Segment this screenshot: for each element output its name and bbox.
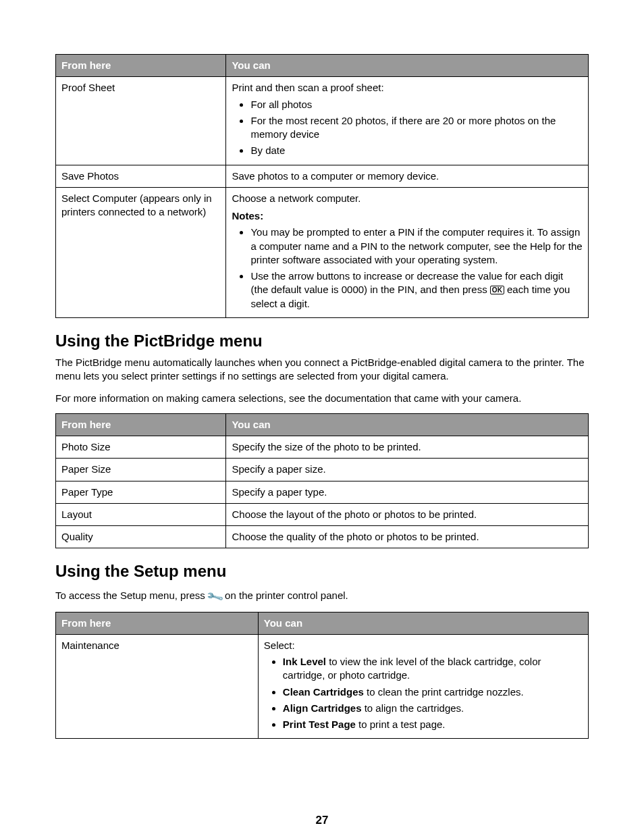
item-bold: Align Cartridges bbox=[283, 702, 362, 714]
item-rest: to print a test page. bbox=[356, 719, 446, 730]
cell-name: Layout bbox=[56, 503, 226, 525]
item-bold: Ink Level bbox=[283, 656, 326, 667]
th-from-here: From here bbox=[56, 612, 259, 634]
bullet-list: For all photos For the most recent 20 ph… bbox=[232, 98, 583, 158]
list-item: Ink Level to view the ink level of the b… bbox=[283, 655, 583, 683]
table-row: Maintenance Select: Ink Level to view th… bbox=[56, 634, 589, 739]
table-row: Layout Choose the layout of the photo or… bbox=[56, 503, 589, 525]
table-setup: From here You can Maintenance Select: In… bbox=[55, 612, 589, 739]
cell-desc: Specify a paper type. bbox=[226, 481, 589, 503]
paragraph: For more information on making camera se… bbox=[55, 392, 589, 405]
cell-name: Paper Type bbox=[56, 481, 226, 503]
cell-name: Paper Size bbox=[56, 459, 226, 481]
table-pictbridge: From here You can Photo Size Specify the… bbox=[55, 413, 589, 549]
table-row: Quality Choose the quality of the photo … bbox=[56, 526, 589, 548]
lead-text: Print and then scan a proof sheet: bbox=[232, 82, 383, 93]
lead-text: Select: bbox=[264, 640, 295, 651]
table-row: Select Computer (appears only in printer… bbox=[56, 187, 589, 317]
th-from-here: From here bbox=[56, 55, 226, 77]
lead-text: Choose a network computer. bbox=[232, 192, 360, 204]
list-item: You may be prompted to enter a PIN if th… bbox=[250, 226, 583, 267]
cell-name: Save Photos bbox=[56, 165, 226, 187]
table-row: Paper Size Specify a paper size. bbox=[56, 459, 589, 481]
heading-setup: Using the Setup menu bbox=[55, 561, 589, 582]
cell-desc: Specify a paper size. bbox=[226, 459, 589, 481]
table-row: Save Photos Save photos to a computer or… bbox=[56, 165, 589, 187]
cell-desc: Choose the layout of the photo or photos… bbox=[226, 503, 589, 525]
cell-desc: Choose the quality of the photo or photo… bbox=[226, 526, 589, 548]
th-you-can: You can bbox=[226, 55, 589, 77]
intro-post: on the printer control panel. bbox=[222, 590, 348, 601]
notes-list: You may be prompted to enter a PIN if th… bbox=[232, 226, 583, 311]
cell-name: Maintenance bbox=[56, 634, 259, 739]
list-item: By date bbox=[250, 144, 583, 157]
cell-desc: Print and then scan a proof sheet: For a… bbox=[226, 77, 589, 165]
th-from-here: From here bbox=[56, 413, 226, 436]
table-row: Proof Sheet Print and then scan a proof … bbox=[56, 77, 589, 165]
cell-name: Quality bbox=[56, 526, 226, 548]
table-row: Paper Type Specify a paper type. bbox=[56, 481, 589, 503]
heading-pictbridge: Using the PictBridge menu bbox=[55, 330, 589, 352]
table-row: Photo Size Specify the size of the photo… bbox=[56, 436, 589, 459]
th-you-can: You can bbox=[258, 612, 588, 634]
cell-name: Photo Size bbox=[56, 436, 226, 459]
cell-name: Proof Sheet bbox=[56, 77, 226, 165]
list-item: Print Test Page to print a test page. bbox=[283, 718, 583, 731]
page-number: 27 bbox=[55, 813, 589, 829]
item-rest: to clean the print cartridge nozzles. bbox=[364, 686, 524, 698]
list-item: For the most recent 20 photos, if there … bbox=[250, 114, 583, 142]
cell-desc: Select: Ink Level to view the ink level … bbox=[258, 634, 588, 739]
item-bold: Clean Cartridges bbox=[283, 686, 364, 698]
cell-desc: Save photos to a computer or memory devi… bbox=[226, 165, 589, 187]
item-bold: Print Test Page bbox=[283, 719, 356, 730]
cell-desc: Specify the size of the photo to be prin… bbox=[226, 436, 589, 459]
table-photo-menu: From here You can Proof Sheet Print and … bbox=[55, 54, 589, 318]
th-you-can: You can bbox=[226, 413, 589, 436]
list-item: Clean Cartridges to clean the print cart… bbox=[283, 685, 583, 699]
ok-button-icon: OK bbox=[490, 286, 504, 294]
intro-pre: To access the Setup menu, press bbox=[55, 590, 208, 601]
cell-desc: Choose a network computer. Notes: You ma… bbox=[226, 187, 589, 317]
bullet-list: Ink Level to view the ink level of the b… bbox=[264, 655, 583, 731]
paragraph: The PictBridge menu automatically launch… bbox=[55, 356, 589, 384]
setup-intro: To access the Setup menu, press 🔧 on the… bbox=[55, 588, 589, 604]
notes-label: Notes: bbox=[232, 209, 583, 223]
item-rest: to align the cartridges. bbox=[362, 702, 464, 714]
list-item: Align Cartridges to align the cartridges… bbox=[283, 702, 583, 715]
cell-name: Select Computer (appears only in printer… bbox=[56, 187, 226, 317]
list-item: Use the arrow buttons to increase or dec… bbox=[250, 269, 583, 311]
list-item: For all photos bbox=[250, 98, 583, 111]
